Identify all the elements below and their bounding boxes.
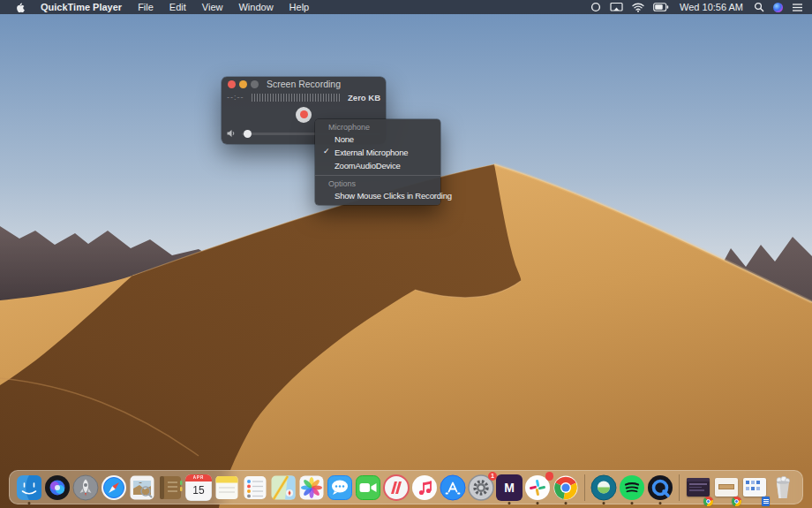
dock-icon-launchpad[interactable] bbox=[72, 474, 99, 504]
apple-menu[interactable] bbox=[7, 0, 33, 14]
dock-icon-reminders[interactable] bbox=[242, 474, 268, 504]
checkmark-icon: ✓ bbox=[323, 147, 329, 155]
dock-icon-notes[interactable] bbox=[214, 474, 240, 504]
recording-size-label: Zero KB bbox=[348, 93, 380, 102]
running-indicator bbox=[603, 502, 605, 504]
dock-icon-app-store[interactable] bbox=[440, 474, 466, 504]
window-titlebar[interactable]: Screen Recording bbox=[222, 77, 386, 92]
menu-view[interactable]: View bbox=[194, 0, 231, 14]
dock-icon-preview[interactable] bbox=[129, 474, 155, 504]
wifi-icon[interactable] bbox=[630, 0, 646, 14]
minimize-button[interactable] bbox=[239, 80, 247, 88]
siri-icon[interactable] bbox=[771, 0, 785, 14]
dock-icon-messages[interactable] bbox=[327, 474, 353, 504]
dock-icon-maps[interactable] bbox=[270, 474, 297, 504]
menu-bar: QuickTime Player File Edit View Window H… bbox=[0, 0, 812, 14]
menu-edit[interactable]: Edit bbox=[162, 0, 194, 14]
running-indicator bbox=[565, 502, 568, 504]
desktop: QuickTime Player File Edit View Window H… bbox=[0, 0, 812, 508]
dock-minimized-window-1[interactable] bbox=[685, 474, 711, 504]
menu-window[interactable]: Window bbox=[230, 0, 281, 14]
calendar-day: 15 bbox=[185, 481, 212, 501]
dock-icon-photos[interactable] bbox=[298, 474, 325, 504]
menu-section-header-microphone: Microphone bbox=[315, 122, 440, 133]
recording-timer: --:-- bbox=[227, 93, 244, 102]
menu-item-external-microphone[interactable]: ✓ External Microphone bbox=[315, 146, 440, 159]
battery-icon[interactable] bbox=[651, 0, 671, 14]
dock-icon-facetime[interactable] bbox=[355, 474, 381, 504]
notification-center-icon[interactable] bbox=[790, 0, 805, 14]
menu-section-header-options: Options bbox=[315, 178, 440, 189]
dock-icon-news[interactable] bbox=[383, 474, 410, 504]
running-indicator bbox=[659, 502, 662, 504]
menu-separator bbox=[315, 175, 440, 176]
dock-icon-contacts[interactable] bbox=[157, 474, 184, 504]
menu-help[interactable]: Help bbox=[282, 0, 318, 14]
desktop-wallpaper bbox=[0, 0, 812, 508]
dock-minimized-window-2[interactable] bbox=[713, 474, 740, 504]
audio-level-meter bbox=[252, 94, 342, 102]
menu-item-show-mouse-clicks[interactable]: Show Mouse Clicks in Recording bbox=[315, 189, 440, 202]
dock-icon-calendar[interactable]: APR 15 bbox=[185, 474, 212, 504]
menu-file[interactable]: File bbox=[130, 0, 162, 14]
running-indicator bbox=[28, 502, 31, 504]
record-dot-icon bbox=[300, 110, 308, 118]
screen-mirroring-icon[interactable] bbox=[608, 0, 625, 14]
dock-icon-spotify[interactable] bbox=[619, 474, 645, 504]
menu-item-zoomaudiodevice[interactable]: ZoomAudioDevice bbox=[315, 159, 440, 172]
recording-options-menu: Microphone None ✓ External Microphone Zo… bbox=[315, 119, 440, 205]
speaker-icon bbox=[227, 129, 237, 138]
record-stop-icon[interactable] bbox=[589, 0, 603, 14]
running-indicator bbox=[508, 502, 511, 504]
record-button[interactable] bbox=[296, 107, 312, 123]
dock: APR 15 bbox=[9, 470, 803, 504]
apple-logo-icon bbox=[15, 2, 25, 13]
dock-icon-quicktime[interactable] bbox=[647, 474, 673, 504]
menu-item-none[interactable]: None bbox=[315, 133, 440, 146]
calendar-month: APR bbox=[185, 474, 212, 481]
dock-minimized-window-3[interactable] bbox=[741, 474, 768, 504]
dock-icon-finder[interactable] bbox=[16, 474, 42, 504]
dock-icon-chrome[interactable] bbox=[553, 474, 579, 504]
dock-icon-slack[interactable] bbox=[524, 474, 551, 504]
menu-bar-clock[interactable]: Wed 10:56 AM bbox=[676, 2, 747, 12]
dock-separator bbox=[679, 474, 680, 501]
dock-separator bbox=[584, 474, 585, 501]
dock-icon-macvim[interactable]: M bbox=[496, 474, 523, 504]
menu-app-name[interactable]: QuickTime Player bbox=[33, 0, 130, 14]
volume-slider-knob[interactable] bbox=[244, 130, 252, 138]
close-button[interactable] bbox=[228, 80, 236, 88]
dock-icon-webex[interactable] bbox=[590, 474, 617, 504]
chrome-badge-icon bbox=[732, 497, 741, 506]
zoom-button-disabled bbox=[251, 80, 259, 88]
macvim-letter: M bbox=[496, 474, 523, 501]
dock-icon-safari[interactable] bbox=[101, 474, 127, 504]
chrome-badge-icon bbox=[703, 497, 713, 506]
dock-icon-music[interactable] bbox=[411, 474, 438, 504]
dock-icon-system-preferences[interactable]: 1 bbox=[468, 474, 494, 504]
spotlight-search-icon[interactable] bbox=[752, 0, 766, 14]
dock-icon-trash[interactable] bbox=[770, 474, 796, 504]
running-indicator bbox=[631, 502, 634, 504]
document-badge-icon bbox=[762, 497, 770, 506]
dock-icon-siri[interactable] bbox=[44, 474, 71, 504]
running-indicator bbox=[537, 502, 539, 504]
